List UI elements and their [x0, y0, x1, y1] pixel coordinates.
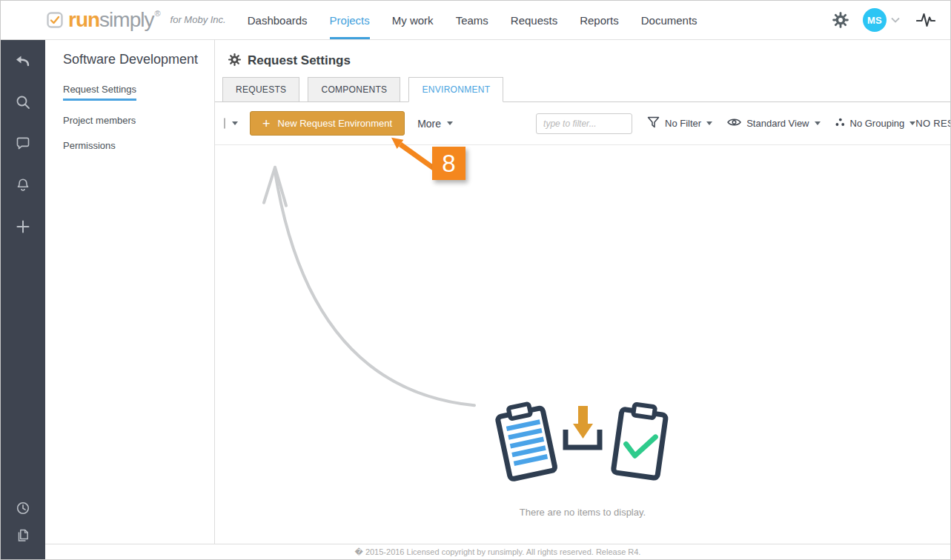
avatar[interactable]: MS: [863, 8, 887, 32]
page-title: Request Settings: [248, 53, 351, 68]
filter-dropdown[interactable]: No Filter: [647, 116, 712, 131]
activity-icon[interactable]: [916, 10, 935, 30]
chevron-down-icon: [909, 121, 915, 125]
chat-icon[interactable]: [1, 123, 45, 164]
filter-input[interactable]: [536, 113, 632, 134]
tab-requests[interactable]: REQUESTS: [222, 77, 299, 102]
top-navbar: runsimply® for Moby Inc. Dashboards Proj…: [1, 1, 950, 40]
app-logo[interactable]: runsimply® for Moby Inc.: [47, 10, 226, 30]
back-icon[interactable]: [1, 40, 45, 81]
nav-item-documents[interactable]: Documents: [641, 1, 697, 39]
chevron-down-icon: [815, 121, 821, 125]
footer: � 2015-2016 Licensed copyright by runsim…: [45, 544, 950, 559]
icon-rail: [1, 40, 45, 559]
clipboard-check-icon: [613, 402, 667, 478]
tab-environment[interactable]: ENVIRONMENT: [408, 77, 503, 102]
results-count: NO RESULTS: [915, 118, 951, 129]
chevron-down-icon: [447, 121, 453, 125]
subnav-item-permissions[interactable]: Permissions: [63, 140, 214, 151]
select-all-checkbox[interactable]: [224, 118, 225, 129]
bell-icon[interactable]: [1, 164, 45, 206]
eye-icon: [727, 118, 741, 129]
registered-mark: ®: [154, 9, 159, 18]
tab-components[interactable]: COMPONENTS: [308, 77, 400, 102]
history-icon[interactable]: [1, 494, 45, 521]
logo-wordmark: runsimply®: [68, 10, 160, 30]
subnav-item-request-settings[interactable]: Request Settings: [63, 84, 214, 101]
view-dropdown[interactable]: Standard View: [727, 118, 820, 129]
nav-item-my-work[interactable]: My work: [392, 1, 434, 39]
plus-icon[interactable]: [1, 206, 45, 247]
chevron-down-icon: [706, 121, 712, 125]
app-window: runsimply® for Moby Inc. Dashboards Proj…: [0, 0, 951, 560]
nav-item-dashboards[interactable]: Dashboards: [248, 1, 308, 39]
main-nav: Dashboards Projects My work Teams Reques…: [236, 1, 709, 39]
annotation-badge: 8: [432, 147, 465, 180]
topbar-actions: MS: [832, 8, 935, 32]
select-menu-caret-icon[interactable]: [232, 121, 238, 125]
grouping-dropdown[interactable]: No Grouping: [835, 118, 916, 129]
empty-state: There are no items to display.: [215, 401, 950, 518]
logo-check-icon: [47, 12, 63, 28]
list-canvas: There are no items to display.: [215, 145, 950, 544]
main-content: Request Settings REQUESTS COMPONENTS ENV…: [215, 40, 950, 544]
chevron-down-icon[interactable]: [891, 17, 900, 23]
project-title: Software Development: [63, 52, 214, 67]
nav-item-teams[interactable]: Teams: [456, 1, 488, 39]
copyright-text: � 2015-2016 Licensed copyright by runsim…: [355, 547, 641, 557]
download-icon: [566, 406, 600, 447]
toolbar: + New Request Environment More: [215, 102, 950, 145]
project-panel: Software Development Request Settings Pr…: [45, 40, 215, 544]
funnel-icon: [647, 116, 660, 131]
more-menu[interactable]: More: [417, 118, 453, 130]
clipboard-list-icon: [496, 401, 555, 479]
settings-gear-icon[interactable]: [832, 11, 849, 29]
subnav-item-project-members[interactable]: Project members: [63, 115, 214, 126]
empty-state-message: There are no items to display.: [215, 507, 950, 518]
nav-item-requests[interactable]: Requests: [511, 1, 557, 39]
nav-item-reports[interactable]: Reports: [580, 1, 619, 39]
empty-state-illustration: [487, 401, 678, 484]
new-request-environment-button[interactable]: + New Request Environment: [250, 111, 405, 136]
nav-item-projects[interactable]: Projects: [330, 1, 370, 39]
logo-tagline: for Moby Inc.: [170, 14, 226, 30]
plus-icon: +: [262, 117, 271, 130]
documents-icon[interactable]: [1, 521, 45, 549]
search-icon[interactable]: [1, 81, 45, 123]
page-gear-icon: [228, 53, 242, 70]
tab-bar: REQUESTS COMPONENTS ENVIRONMENT: [215, 77, 950, 102]
grouping-icon: [835, 118, 845, 129]
